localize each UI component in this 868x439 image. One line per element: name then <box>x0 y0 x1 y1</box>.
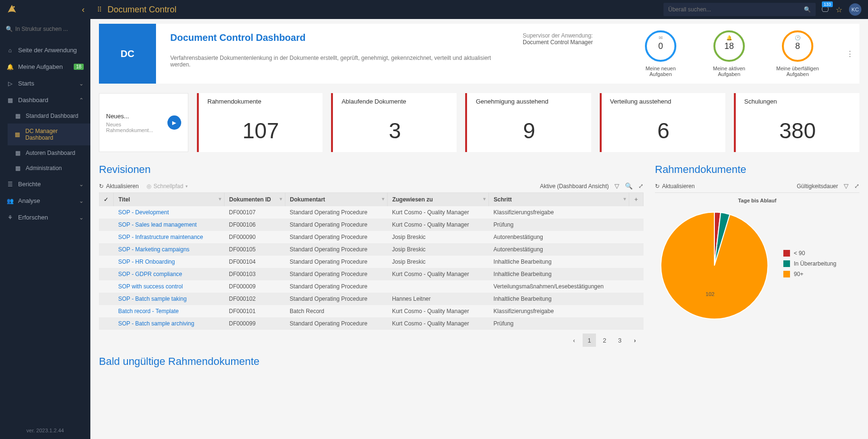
table-row[interactable]: SOP - Sales lead managementDF000106Stand… <box>99 219 644 231</box>
nav-analysis[interactable]: 👥Analyse ⌄ <box>0 192 90 209</box>
row-assigned: Kurt Cosmo - Quality Manager <box>387 317 488 330</box>
nav-home[interactable]: ⌂Seite der Anwendung <box>0 42 90 58</box>
version-label: ver. 2023.1.2.44 <box>0 422 90 439</box>
nav-standard-dashboard[interactable]: ▦Standard Dashboard <box>8 108 90 124</box>
header-menu-button[interactable]: ⋮ <box>840 24 859 84</box>
bell-icon: 🔔 <box>7 64 13 70</box>
col-assigned[interactable]: Zugewiesen zu▾ <box>387 193 488 206</box>
nav-my-tasks[interactable]: 🔔Meine Aufgaben 18 <box>0 58 90 75</box>
row-title[interactable]: SOP - GDPR compliance <box>114 268 224 280</box>
structure-search-input[interactable] <box>6 23 85 35</box>
page-number[interactable]: 2 <box>598 334 611 347</box>
dashboard-icon: ▦ <box>14 113 21 119</box>
table-row[interactable]: SOP - Infrastructure maintenanceDF000090… <box>99 231 644 243</box>
stat-tile[interactable]: Rahmendokumente107 <box>197 93 322 152</box>
page-number[interactable]: 3 <box>613 334 626 347</box>
app-grid-icon[interactable]: ⠿ <box>97 6 102 13</box>
row-type: Standard Operating Procedure <box>285 268 387 280</box>
legend-lt90[interactable]: < 90 <box>783 250 836 257</box>
ring-new-tasks[interactable]: ✉0 Meine neuen Aufgaben <box>637 30 684 77</box>
page-title: Document Control <box>107 5 658 15</box>
stat-tile[interactable]: Genehmigung ausstehend9 <box>465 93 591 152</box>
table-row[interactable]: SOP - GDPR complianceDF000103Standard Op… <box>99 268 644 280</box>
page-number[interactable]: 1 <box>583 334 596 347</box>
global-search[interactable]: 🔍 <box>663 3 816 16</box>
row-step: Inhaltliche Bearbeitung <box>489 256 629 268</box>
row-type: Batch Record <box>285 305 387 317</box>
col-title[interactable]: Titel▾ <box>114 193 224 206</box>
nav-label: Administration <box>26 165 62 172</box>
target-icon: ◎ <box>146 183 151 190</box>
row-assigned: Kurt Cosmo - Quality Manager <box>387 219 488 231</box>
row-title[interactable]: Batch record - Template <box>114 305 224 317</box>
dashboard-header: DC Document Control Dashboard Verfahrens… <box>99 24 859 84</box>
row-assigned: Hannes Leitner <box>387 293 488 305</box>
table-row[interactable]: SOP - DevelopmentDF000107Standard Operat… <box>99 206 644 219</box>
quickpath-button[interactable]: ◎Schnellpfad▾ <box>146 183 188 190</box>
stat-value: 6 <box>610 118 717 143</box>
row-title[interactable]: SOP - Infrastructure maintenance <box>114 231 224 243</box>
legend-revision[interactable]: In Überarbeitung <box>783 260 836 267</box>
page-next[interactable]: › <box>628 334 642 347</box>
sidebar-collapse-button[interactable]: ‹ <box>82 5 85 15</box>
row-title[interactable]: SOP - HR Onboarding <box>114 256 224 268</box>
row-title[interactable]: SOP - Batch sample archiving <box>114 317 224 330</box>
app-logo <box>6 3 18 16</box>
row-id: DF000102 <box>224 293 285 305</box>
nav-explore[interactable]: ⚘Erforschen ⌄ <box>0 209 90 226</box>
ring-overdue-tasks[interactable]: 🕐8 Meine überfälligen Aufgaben <box>774 30 821 77</box>
legend-gt90[interactable]: 90+ <box>783 271 836 277</box>
new-title: Neues... <box>106 113 167 120</box>
notifications-count: 133 <box>822 1 833 7</box>
row-type: Standard Operating Procedure <box>285 317 387 330</box>
col-docid[interactable]: Dokumenten ID▾ <box>224 193 285 206</box>
nav-reports[interactable]: ☰Berichte ⌄ <box>0 176 90 192</box>
expand-icon[interactable]: ⤢ <box>854 182 859 190</box>
home-icon: ⌂ <box>7 47 13 54</box>
table-row[interactable]: SOP - HR OnboardingDF000104Standard Oper… <box>99 256 644 268</box>
user-avatar[interactable]: KC <box>849 3 861 16</box>
search-icon[interactable]: 🔍 <box>625 182 633 190</box>
table-row[interactable]: SOP - Marketing campaignsDF000105Standar… <box>99 243 644 256</box>
notifications-button[interactable]: 🖵 133 <box>821 5 829 14</box>
nav-administration[interactable]: ▦Administration <box>8 161 90 176</box>
clock-icon: 🕐 <box>795 35 800 40</box>
row-step: Verteilungsmaßnahmen/Lesebestätigungen <box>489 280 629 293</box>
table-row[interactable]: SOP with success controlDF000009Standard… <box>99 280 644 293</box>
global-search-input[interactable] <box>668 6 804 13</box>
select-all-checkbox[interactable]: ✓ <box>99 193 114 206</box>
table-row[interactable]: SOP - Batch sample takingDF000102Standar… <box>99 293 644 305</box>
row-title[interactable]: SOP - Batch sample taking <box>114 293 224 305</box>
star-icon[interactable]: ☆ <box>836 5 842 14</box>
row-title[interactable]: SOP with success control <box>114 280 224 293</box>
page-prev[interactable]: ‹ <box>567 334 581 347</box>
refresh-button[interactable]: ↻Aktualisieren <box>655 183 695 190</box>
nav-dashboard[interactable]: ▦Dashboard ⌃ <box>0 92 90 108</box>
stat-tile[interactable]: Verteilung ausstehend6 <box>600 93 725 152</box>
table-row[interactable]: SOP - Batch sample archivingDF000099Stan… <box>99 317 644 330</box>
stat-tile[interactable]: Schulungen380 <box>734 93 859 152</box>
nav-label: Berichte <box>18 181 41 188</box>
refresh-button[interactable]: ↻Aktualisieren <box>99 183 139 190</box>
new-document-tile[interactable]: Neues... Neues Rahmendokument... ▶ <box>99 93 188 152</box>
ring-active-tasks[interactable]: 🔔18 Meine aktiven Aufgaben <box>705 30 753 77</box>
row-title[interactable]: SOP - Sales lead management <box>114 219 224 231</box>
search-icon[interactable]: 🔍 <box>804 6 811 13</box>
validity-label: Gültigkeitsdauer <box>797 183 838 190</box>
col-step[interactable]: Schritt▾ <box>489 193 629 206</box>
nav-authors-dashboard[interactable]: ▦Autoren Dashboard <box>8 145 90 161</box>
play-button[interactable]: ▶ <box>167 115 181 130</box>
chevron-down-icon: ⌄ <box>79 198 84 204</box>
nav-starts[interactable]: ▷Starts ⌄ <box>0 75 90 92</box>
col-doctype[interactable]: Dokumentart▾ <box>285 193 387 206</box>
stat-tile[interactable]: Ablaufende Dokumente3 <box>331 93 457 152</box>
expand-icon[interactable]: ⤢ <box>638 182 644 190</box>
table-row[interactable]: Batch record - TemplateDF000101Batch Rec… <box>99 305 644 317</box>
row-title[interactable]: SOP - Marketing campaigns <box>114 243 224 256</box>
filter-icon[interactable]: ▽ <box>614 182 619 190</box>
nav-manager-dashboard[interactable]: ▦DC Manager Dashboard <box>8 124 90 145</box>
filter-icon[interactable]: ▽ <box>844 182 848 190</box>
add-column-button[interactable]: + <box>629 193 644 206</box>
row-title[interactable]: SOP - Development <box>114 206 224 219</box>
stat-value: 107 <box>207 118 314 143</box>
